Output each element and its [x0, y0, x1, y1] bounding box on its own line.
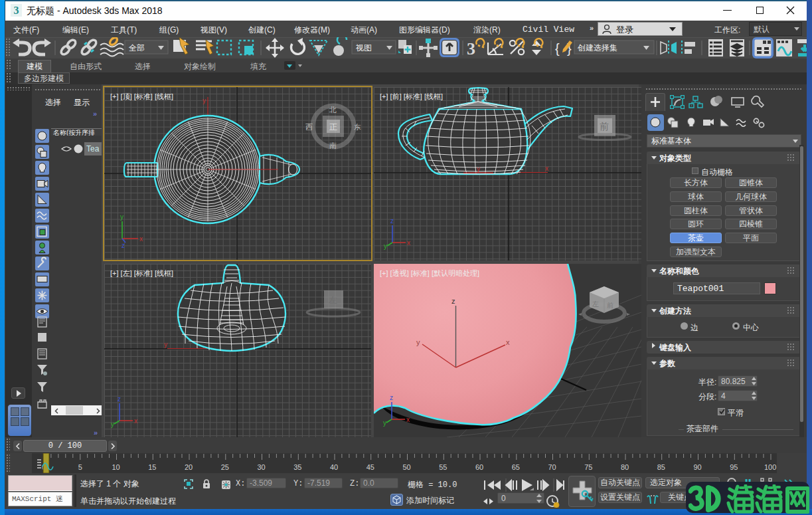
svg-text:z: z — [118, 395, 121, 403]
svg-text:35: 35 — [293, 463, 301, 471]
svg-text:{: { — [555, 41, 560, 56]
svg-text:[+] [左] [标准] [线框]: [+] [左] [标准] [线框] — [110, 269, 173, 277]
svg-text:y: y — [383, 419, 386, 427]
svg-text:视图: 视图 — [355, 43, 372, 52]
svg-text:75: 75 — [584, 463, 592, 471]
svg-text:左: 左 — [592, 300, 599, 308]
svg-text:15: 15 — [148, 463, 156, 471]
svg-text:60: 60 — [475, 463, 483, 471]
svg-text:南: 南 — [329, 142, 337, 150]
svg-text:x: x — [545, 165, 548, 172]
svg-text:100: 100 — [764, 463, 776, 471]
svg-text:20: 20 — [185, 463, 193, 471]
svg-text:80: 80 — [621, 463, 629, 471]
svg-text:y: y — [120, 213, 123, 221]
svg-text:10: 10 — [112, 463, 120, 471]
svg-text:5: 5 — [78, 463, 82, 471]
svg-text:东: 东 — [354, 123, 361, 131]
svg-text:左: 左 — [329, 295, 337, 305]
svg-text:90: 90 — [694, 463, 702, 471]
svg-text:85: 85 — [657, 463, 665, 471]
svg-text:z: z — [390, 217, 394, 225]
svg-text:y: y — [416, 338, 420, 346]
svg-text:z: z — [390, 394, 393, 401]
svg-text:y: y — [477, 165, 480, 173]
svg-text:[+] [前] [标准] [线框]: [+] [前] [标准] [线框] — [380, 92, 443, 100]
svg-text:25: 25 — [221, 463, 229, 471]
svg-text:95: 95 — [730, 463, 738, 471]
svg-text:30: 30 — [258, 463, 266, 471]
svg-text:40: 40 — [330, 463, 338, 471]
svg-text:z: z — [122, 242, 125, 249]
svg-text:北: 北 — [329, 106, 337, 114]
svg-text:45: 45 — [366, 463, 374, 471]
svg-text:正: 正 — [329, 122, 337, 132]
svg-text:65: 65 — [512, 463, 520, 471]
svg-text:x: x — [506, 338, 510, 346]
svg-text:y: y — [203, 97, 206, 104]
svg-text:y: y — [164, 341, 167, 348]
svg-text:[+] [透视] [标准] [默认明暗处理]: [+] [透视] [标准] [默认明暗处理] — [380, 269, 479, 277]
svg-text:70: 70 — [548, 463, 556, 471]
svg-text:50: 50 — [403, 463, 411, 471]
svg-text:55: 55 — [439, 463, 447, 471]
svg-text:全部: 全部 — [129, 43, 145, 52]
svg-text:西: 西 — [305, 123, 313, 131]
svg-text:y: y — [384, 243, 387, 250]
svg-text:z: z — [451, 297, 455, 305]
svg-text:创建选择集: 创建选择集 — [577, 43, 617, 52]
svg-text:前: 前 — [607, 302, 613, 309]
svg-text:x: x — [406, 416, 410, 423]
svg-text:[+] [顶] [标准] [线框]: [+] [顶] [标准] [线框] — [110, 92, 173, 100]
svg-text:3: 3 — [467, 39, 475, 58]
svg-text:y: y — [111, 421, 114, 428]
svg-text:x: x — [407, 239, 410, 247]
svg-text:x: x — [139, 235, 143, 243]
svg-text:前: 前 — [600, 121, 609, 132]
svg-text:x: x — [134, 417, 137, 425]
